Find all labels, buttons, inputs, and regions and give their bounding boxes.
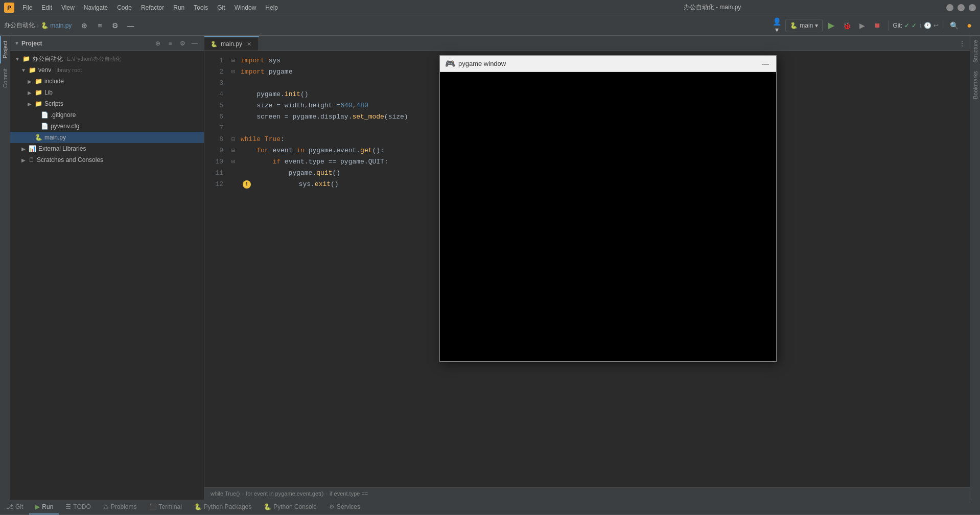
btab-python-packages[interactable]: 🐍 Python Packages — [188, 500, 258, 514]
breadcrumb-for[interactable]: for event in pygame.event.get() — [246, 490, 323, 497]
tree-gitignore-label: .gitignore — [51, 111, 76, 119]
line-num-8: 8 — [204, 134, 223, 145]
panel-minimize-btn[interactable]: — — [190, 38, 200, 49]
tree-root-path: E:\Python\办公自动化 — [67, 55, 121, 63]
btab-run[interactable]: ▶ Run — [29, 500, 59, 514]
collapse-all-btn[interactable]: ≡ — [165, 38, 175, 49]
debug-button[interactable]: 🐞 — [840, 19, 853, 32]
window-title: 办公自动化 - main.py — [482, 3, 942, 12]
line-num-9: 9 — [204, 145, 223, 156]
breadcrumb-if[interactable]: if event.type == — [330, 490, 368, 497]
git-tab-icon: ⎇ — [6, 503, 13, 510]
tree-pyvenv-label: pyvenv.cfg — [51, 123, 79, 130]
tree-ext-libs[interactable]: ▶ 📊 External Libraries — [10, 143, 204, 154]
tree-root-arrow: ▼ — [14, 56, 20, 62]
tree-mainpy[interactable]: 🐍 main.py — [10, 132, 204, 143]
fold-10[interactable]: ⊟ — [231, 156, 239, 168]
tree-venv[interactable]: ▼ 📁 venv library root — [10, 64, 204, 76]
pygame-minimize-btn[interactable]: — — [760, 60, 771, 68]
breadcrumb: 办公自动化 › 🐍 main.py — [4, 21, 72, 30]
close-button[interactable]: ✕ — [969, 4, 976, 11]
toolbar-search-global[interactable]: 🔍 — [947, 19, 961, 32]
panel-settings-btn[interactable]: ⚙ — [177, 38, 188, 49]
folder-venv-icon: 📁 — [29, 66, 36, 74]
tab-mainpy-close[interactable]: ✕ — [245, 40, 252, 48]
menu-refactor[interactable]: Refactor — [137, 3, 168, 12]
warning-icon-12: ! — [243, 180, 251, 189]
line-num-4: 4 — [204, 89, 223, 100]
stop-button[interactable]: ⏹ — [871, 19, 884, 32]
project-tab[interactable]: Project — [0, 36, 10, 63]
menu-tools[interactable]: Tools — [190, 3, 212, 12]
fold-9[interactable]: ⊟ — [231, 145, 239, 156]
run-button[interactable]: ▶ — [825, 19, 838, 32]
locate-file-btn[interactable]: ⊕ — [153, 38, 163, 49]
tree-lib[interactable]: ▶ 📁 Lib — [10, 87, 204, 98]
menu-run[interactable]: Run — [169, 3, 189, 12]
run-with-coverage[interactable]: ▶ — [855, 19, 869, 32]
file-gitignore-icon: 📄 — [41, 111, 49, 119]
tree-include[interactable]: ▶ 📁 include — [10, 76, 204, 87]
project-panel-header: ▼ Project ⊕ ≡ ⚙ — — [10, 36, 204, 51]
ext-libs-icon: 📊 — [29, 145, 36, 152]
run-tab-icon: ▶ — [35, 503, 40, 510]
tree-scripts-arrow: ▶ — [27, 101, 33, 107]
line-num-11: 11 — [204, 168, 223, 179]
maximize-button[interactable]: □ — [958, 4, 965, 11]
tree-include-arrow: ▶ — [27, 78, 33, 84]
toolbar-settings-btn[interactable]: ⚙ — [108, 19, 122, 32]
menu-help[interactable]: Help — [261, 3, 282, 12]
btab-git[interactable]: ⎇ Git — [0, 500, 29, 514]
editor-tabs-more[interactable]: ⋮ — [954, 36, 970, 51]
pygame-window-icon: 🎮 — [445, 59, 455, 68]
minimize-button[interactable]: ─ — [946, 4, 953, 11]
btab-python-console[interactable]: 🐍 Python Console — [258, 500, 323, 514]
tab-mainpy[interactable]: 🐍 main.py ✕ — [204, 36, 259, 51]
tree-pyvenv[interactable]: 📄 pyvenv.cfg — [10, 121, 204, 132]
tree-scratches[interactable]: ▶ 🗒 Scratches and Consoles — [10, 154, 204, 166]
tree-root[interactable]: ▼ 📁 办公自动化 E:\Python\办公自动化 — [10, 53, 204, 64]
tree-include-label: include — [44, 78, 64, 85]
breadcrumb-while[interactable]: while True() — [211, 490, 240, 497]
menu-git[interactable]: Git — [213, 3, 229, 12]
folder-scripts-icon: 📁 — [35, 100, 42, 107]
tree-scripts-label: Scripts — [44, 100, 63, 107]
pygame-window: 🎮 pygame window — — [439, 55, 777, 362]
terminal-tab-icon: ⬛ — [149, 503, 157, 510]
menu-navigate[interactable]: Navigate — [80, 3, 112, 12]
right-panel: Structure Bookmarks — [970, 36, 980, 500]
run-config-selector[interactable]: 🐍 main ▾ — [785, 19, 823, 32]
bookmarks-tab[interactable]: Bookmarks — [971, 67, 979, 103]
menu-file[interactable]: File — [18, 3, 36, 12]
toolbar-format-btn[interactable]: ≡ — [93, 19, 106, 32]
bottom-section: ⎇ Git ▶ Run ☰ TODO ⚠ Problems ⬛ Terminal… — [0, 500, 980, 515]
fold-8[interactable]: ⊟ — [231, 134, 239, 145]
structure-tab[interactable]: Structure — [971, 36, 979, 67]
tree-scripts[interactable]: ▶ 📁 Scripts — [10, 98, 204, 109]
todo-tab-icon: ☰ — [65, 503, 71, 510]
tree-lib-label: Lib — [44, 89, 53, 96]
fold-2[interactable]: ⊟ — [231, 66, 239, 78]
btab-services[interactable]: ⚙ Services — [323, 500, 366, 514]
line-num-7: 7 — [204, 123, 223, 134]
btab-todo[interactable]: ☰ TODO — [59, 500, 97, 514]
commit-tab[interactable]: Commit — [0, 63, 10, 93]
btab-problems[interactable]: ⚠ Problems — [97, 500, 143, 514]
tree-gitignore[interactable]: 📄 .gitignore — [10, 109, 204, 121]
user-account-btn[interactable]: 👤 ▾ — [770, 19, 783, 32]
line-num-5: 5 — [204, 100, 223, 111]
tree-venv-subtitle: library root — [55, 67, 82, 73]
btab-terminal[interactable]: ⬛ Terminal — [143, 500, 188, 514]
toolbar-minimize-btn[interactable]: — — [124, 19, 137, 32]
file-tree: ▼ 📁 办公自动化 E:\Python\办公自动化 ▼ 📁 venv libra… — [10, 51, 204, 500]
toolbar-user-settings[interactable]: ● — [963, 19, 976, 32]
fold-1[interactable]: ⊟ — [231, 55, 239, 66]
problems-tab-icon: ⚠ — [103, 503, 109, 510]
menu-edit[interactable]: Edit — [37, 3, 56, 12]
tree-pyvenv-arrow — [33, 123, 39, 129]
tree-scratches-arrow: ▶ — [20, 157, 27, 163]
menu-view[interactable]: View — [57, 3, 79, 12]
menu-code[interactable]: Code — [113, 3, 136, 12]
menu-window[interactable]: Window — [230, 3, 261, 12]
toolbar-search-btn[interactable]: ⊕ — [78, 19, 91, 32]
